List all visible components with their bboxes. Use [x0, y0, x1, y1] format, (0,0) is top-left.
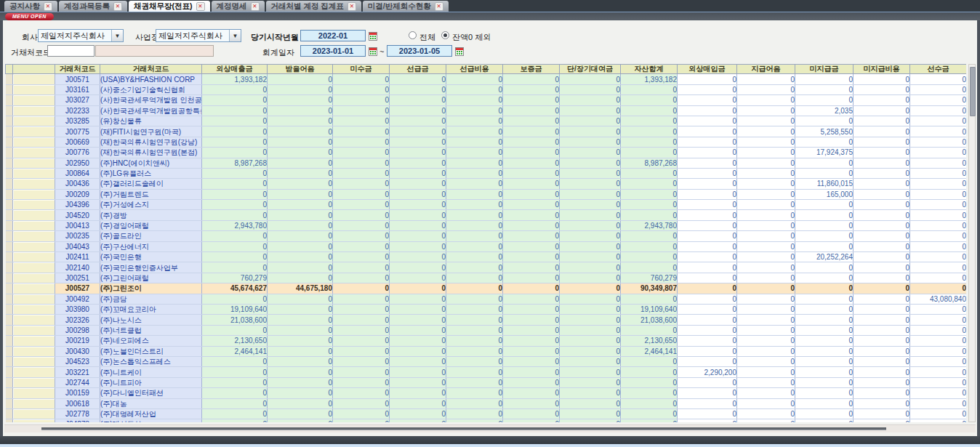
tab-1[interactable]: 계정과목등록✕ — [59, 1, 127, 12]
amount-cell[interactable]: 21,038,600 — [202, 315, 268, 325]
amount-cell[interactable]: 0 — [737, 84, 795, 94]
row-indicator-cell[interactable] — [6, 377, 13, 387]
amount-cell[interactable]: 0 — [446, 252, 503, 262]
amount-cell[interactable]: 0 — [560, 105, 621, 116]
row-gutter-cell[interactable] — [13, 179, 55, 189]
amount-cell[interactable]: 0 — [621, 325, 678, 335]
amount-cell[interactable]: 0 — [390, 346, 446, 356]
amount-cell[interactable]: 0 — [737, 262, 795, 273]
row-indicator-cell[interactable] — [6, 315, 13, 325]
row-gutter-cell[interactable] — [13, 325, 55, 335]
table-row[interactable]: J00430(주)노블인더스트리2,464,1410000002,464,141… — [6, 346, 967, 356]
amount-cell[interactable]: 0 — [737, 74, 795, 84]
amount-cell[interactable]: 0 — [737, 388, 795, 398]
row-gutter-cell[interactable] — [13, 220, 55, 230]
amount-cell[interactable]: 2,464,141 — [202, 346, 268, 356]
vendor-name-cell[interactable]: (사)중소기업기술혁신협회 — [100, 84, 202, 94]
amount-cell[interactable]: 0 — [268, 137, 333, 147]
table-row[interactable]: J04523(주)논스톱익스프레스0000000000000 — [6, 356, 967, 366]
amount-cell[interactable]: 0 — [333, 84, 390, 94]
vendor-code-cell[interactable]: J02411 — [55, 252, 100, 262]
table-row-clipped[interactable]: J04273(주)대신통상0000000000000 — [6, 419, 967, 422]
amount-cell[interactable]: 0 — [560, 220, 621, 230]
amount-cell[interactable]: 0 — [446, 74, 503, 84]
amount-cell[interactable]: 0 — [503, 356, 560, 366]
amount-cell[interactable]: 0 — [390, 137, 446, 147]
amount-cell[interactable]: 0 — [333, 95, 390, 105]
row-gutter-cell[interactable] — [13, 105, 55, 116]
amount-cell[interactable]: 0 — [795, 398, 854, 408]
amount-cell[interactable]: 2,130,650 — [202, 336, 268, 346]
horizontal-scrollbar-thumb[interactable] — [41, 427, 886, 430]
amount-cell[interactable]: 0 — [795, 356, 854, 366]
amount-cell[interactable]: 0 — [910, 262, 967, 273]
vendor-code-cell[interactable]: J00669 — [55, 137, 100, 147]
amount-cell[interactable]: 0 — [560, 231, 621, 241]
amount-cell[interactable]: 0 — [910, 315, 967, 325]
amount-cell[interactable]: 0 — [503, 367, 560, 377]
row-gutter-cell[interactable] — [13, 74, 55, 84]
amount-cell[interactable]: 0 — [390, 95, 446, 105]
vendor-name-cell[interactable]: (주)대농 — [100, 398, 202, 408]
amount-cell[interactable]: 0 — [202, 189, 268, 199]
amount-cell[interactable]: 0 — [560, 336, 621, 346]
row-indicator-cell[interactable] — [6, 210, 13, 220]
amount-cell[interactable]: 43,080,840 — [910, 294, 967, 304]
table-row[interactable]: J02950(주)HNC(에이치앤씨)8,987,2680000008,987,… — [6, 158, 967, 168]
amount-cell[interactable]: 0 — [503, 220, 560, 230]
amount-cell[interactable]: 0 — [560, 168, 621, 178]
amount-cell[interactable]: 0 — [795, 74, 854, 84]
amount-cell[interactable]: 0 — [737, 336, 795, 346]
amount-cell[interactable]: 0 — [910, 346, 967, 356]
amount-cell[interactable]: 0 — [202, 231, 268, 241]
vertical-scrollbar[interactable] — [968, 64, 976, 422]
vendor-name-cell[interactable]: (주)나노시스 — [100, 315, 202, 325]
amount-cell[interactable]: 0 — [560, 137, 621, 147]
amount-cell[interactable]: 0 — [446, 116, 503, 126]
amount-cell[interactable]: 0 — [910, 116, 967, 126]
amount-cell[interactable]: 0 — [390, 158, 446, 168]
amount-cell[interactable]: 0 — [446, 367, 503, 377]
amount-cell[interactable]: 0 — [202, 137, 268, 147]
amount-cell[interactable]: 0 — [795, 158, 854, 168]
amount-cell[interactable]: 0 — [795, 388, 854, 398]
table-row[interactable]: J00776(재)한국의류시험연구원(본점)000000000017,924,3… — [6, 148, 967, 158]
vendor-code-cell[interactable]: J00571 — [55, 74, 100, 84]
amount-cell[interactable]: 0 — [446, 315, 503, 325]
amount-cell[interactable]: 760,279 — [621, 273, 678, 283]
amount-cell[interactable]: 0 — [910, 273, 967, 283]
amount-cell[interactable]: 5,258,550 — [795, 126, 854, 137]
amount-cell[interactable]: 0 — [268, 158, 333, 168]
amount-cell[interactable]: 0 — [795, 336, 854, 346]
column-header-14[interactable]: 선수금 — [910, 65, 967, 74]
vendor-code-cell[interactable]: J02326 — [55, 315, 100, 325]
amount-cell[interactable]: 0 — [854, 126, 910, 137]
amount-cell[interactable]: 0 — [202, 294, 268, 304]
amount-cell[interactable]: 0 — [560, 158, 621, 168]
amount-cell[interactable]: 0 — [333, 168, 390, 178]
amount-cell[interactable]: 0 — [503, 74, 560, 84]
amount-cell[interactable]: 0 — [560, 95, 621, 105]
row-indicator-cell[interactable] — [6, 105, 13, 116]
amount-cell[interactable]: 0 — [737, 325, 795, 335]
amount-cell[interactable]: 0 — [678, 105, 737, 116]
vendor-code-cell[interactable]: J00413 — [55, 220, 100, 230]
row-indicator-cell[interactable] — [6, 95, 13, 105]
vendor-name-cell[interactable]: (주)너트클럽 — [100, 325, 202, 335]
amount-cell[interactable]: 0 — [854, 84, 910, 94]
vendor-name-cell[interactable]: (주)논스톱익스프레스 — [100, 356, 202, 366]
row-indicator-cell[interactable] — [6, 74, 13, 84]
vendor-name-cell[interactable]: (유)창신물류 — [100, 116, 202, 126]
amount-cell[interactable]: 0 — [854, 158, 910, 168]
vendor-name-cell[interactable]: (주)니트케이 — [100, 367, 202, 377]
vendor-name-cell[interactable]: (주)꼬매요코리아 — [100, 304, 202, 314]
amount-cell[interactable]: 0 — [333, 210, 390, 220]
amount-cell[interactable]: 0 — [503, 179, 560, 189]
amount-cell[interactable]: 0 — [333, 283, 390, 294]
column-header-2[interactable]: 외상매출금 — [202, 65, 268, 74]
amount-cell[interactable]: 0 — [390, 273, 446, 283]
vendor-name-cell[interactable]: (USA)BY&HFASHION CORP — [100, 74, 202, 84]
vendor-name-cell[interactable]: (주)니트피아 — [100, 377, 202, 387]
row-indicator-cell[interactable] — [6, 346, 13, 356]
amount-cell[interactable]: 20,252,264 — [795, 252, 854, 262]
